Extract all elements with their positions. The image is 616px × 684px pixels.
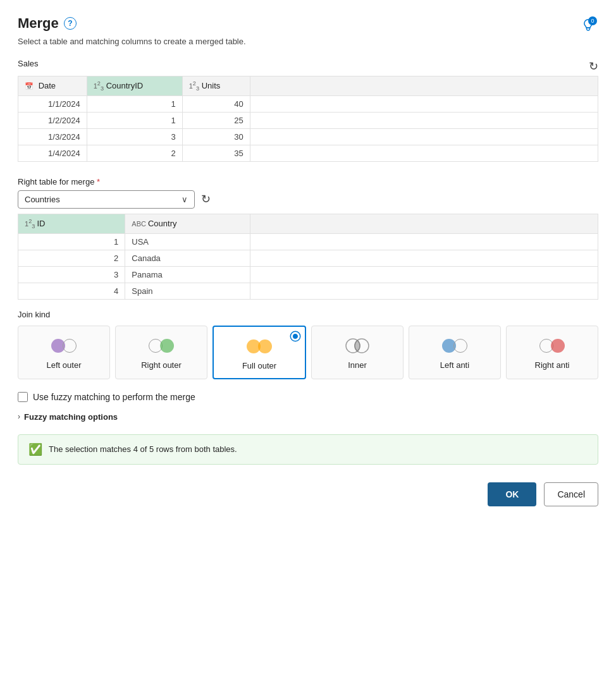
merge-dialog: Merge ? 0 Select a table and matching co… [0, 0, 616, 524]
right-table-section: Right table for merge * Countries ∨ ↻ 12… [18, 177, 598, 300]
footer-buttons: OK Cancel [18, 482, 598, 506]
fuzzy-options-label: Fuzzy matching options [24, 412, 118, 422]
right-circle [258, 339, 272, 353]
sales-table: 📅 Date 123 CountryID 123 Units [18, 76, 598, 162]
fuzzy-checkbox-row: Use fuzzy matching to perform the merge [18, 392, 598, 402]
fuzzy-checkbox[interactable] [18, 392, 28, 402]
sales-table-section: Sales ↻ 📅 Date 123 CountryID 123 Units [18, 59, 598, 162]
countries-refresh-button[interactable]: ↻ [201, 192, 211, 206]
right-circle [63, 339, 77, 353]
join-option-right-anti[interactable]: Right anti [506, 326, 598, 379]
left-anti-label: Left anti [414, 360, 495, 370]
chevron-right-icon: › [18, 412, 20, 421]
sales-col-units[interactable]: 123 Units [182, 76, 250, 96]
inner-icon [342, 336, 373, 355]
full-outer-venn [244, 337, 274, 356]
countries-col-empty [250, 214, 598, 233]
required-indicator: * [97, 177, 100, 186]
join-option-left-outer[interactable]: Left outer [18, 326, 110, 379]
calendar-icon: 📅 [25, 82, 34, 90]
table-row: 1/2/2024 1 25 [18, 112, 598, 128]
right-circle [453, 339, 467, 353]
table-row: 1/3/2024 3 30 [18, 128, 598, 145]
right-outer-label: Right outer [121, 360, 202, 370]
fuzzy-checkbox-label[interactable]: Use fuzzy matching to perform the merge [33, 392, 195, 402]
join-option-inner[interactable]: Inner [311, 326, 403, 379]
table-row: 1 USA [18, 233, 598, 250]
left-anti-venn [440, 336, 470, 355]
join-option-right-outer[interactable]: Right outer [115, 326, 207, 379]
selected-dot [291, 332, 300, 341]
fuzzy-options-row[interactable]: › Fuzzy matching options [18, 412, 598, 422]
join-kind-label: Join kind [18, 310, 598, 319]
sales-refresh-button[interactable]: ↻ [589, 59, 598, 73]
join-option-left-anti[interactable]: Left anti [409, 326, 501, 379]
right-outer-venn [146, 336, 176, 355]
right-circle [551, 339, 565, 353]
right-circle [160, 339, 174, 353]
sales-col-countryid[interactable]: 123 CountryID [87, 76, 182, 96]
right-table-dropdown[interactable]: Countries ∨ [18, 190, 195, 209]
status-text: The selection matches 4 of 5 rows from b… [49, 444, 237, 454]
left-outer-label: Left outer [23, 360, 104, 370]
table-row: 4 Spain [18, 283, 598, 299]
right-table-label: Right table for merge * [18, 177, 598, 186]
success-icon: ✅ [28, 443, 42, 456]
table-row: 1/4/2024 2 35 [18, 145, 598, 161]
chevron-down-icon: ∨ [182, 195, 188, 204]
ok-button[interactable]: OK [488, 482, 536, 506]
notification-button[interactable]: 0 [578, 15, 598, 35]
help-icon[interactable]: ? [64, 17, 77, 30]
sales-col-date[interactable]: 📅 Date [18, 76, 87, 96]
inner-label: Inner [317, 360, 398, 370]
right-anti-label: Right anti [512, 360, 593, 370]
left-outer-venn [49, 336, 79, 355]
full-outer-label: Full outer [219, 361, 300, 370]
status-box: ✅ The selection matches 4 of 5 rows from… [18, 434, 598, 465]
join-option-full-outer[interactable]: Full outer [213, 326, 306, 379]
table-row: 3 Panama [18, 266, 598, 283]
dialog-header: Merge ? 0 [18, 15, 598, 32]
countries-col-id[interactable]: 123 ID [18, 214, 125, 233]
cancel-button[interactable]: Cancel [544, 482, 598, 506]
inner-venn [342, 336, 373, 355]
dialog-subtitle: Select a table and matching columns to c… [18, 37, 598, 46]
join-kind-section: Join kind Left outer Right outer [18, 310, 598, 379]
dialog-title: Merge [18, 15, 59, 32]
countries-table: 123 ID ABC Country 1 USA 2 [18, 214, 598, 300]
sales-label: Sales [18, 59, 39, 68]
table-row: 1/1/2024 1 40 [18, 95, 598, 112]
join-options: Left outer Right outer Full outer [18, 326, 598, 379]
countries-col-country[interactable]: ABC Country [125, 214, 250, 233]
notification-badge: 0 [588, 16, 597, 25]
right-anti-venn [537, 336, 567, 355]
table-row: 2 Canada [18, 250, 598, 266]
sales-col-empty [250, 76, 598, 96]
